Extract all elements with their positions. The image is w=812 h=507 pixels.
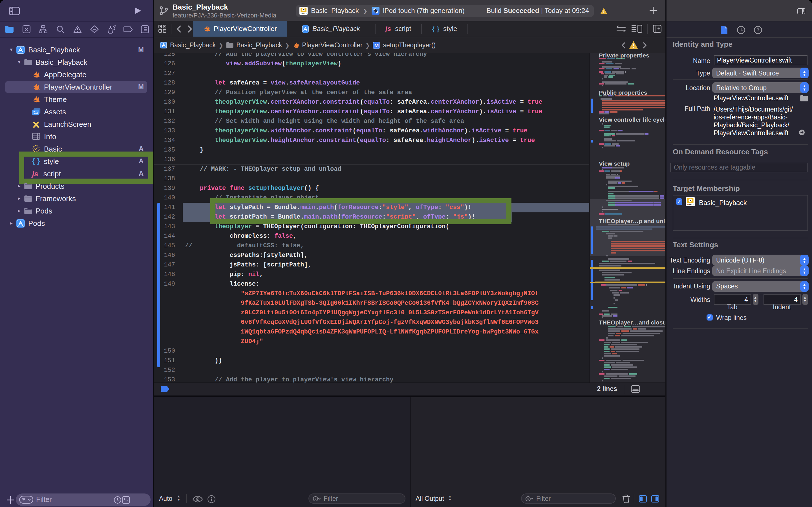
svg-text:THEO: THEO xyxy=(301,12,306,15)
svg-text:THEO: THEO xyxy=(687,203,694,206)
